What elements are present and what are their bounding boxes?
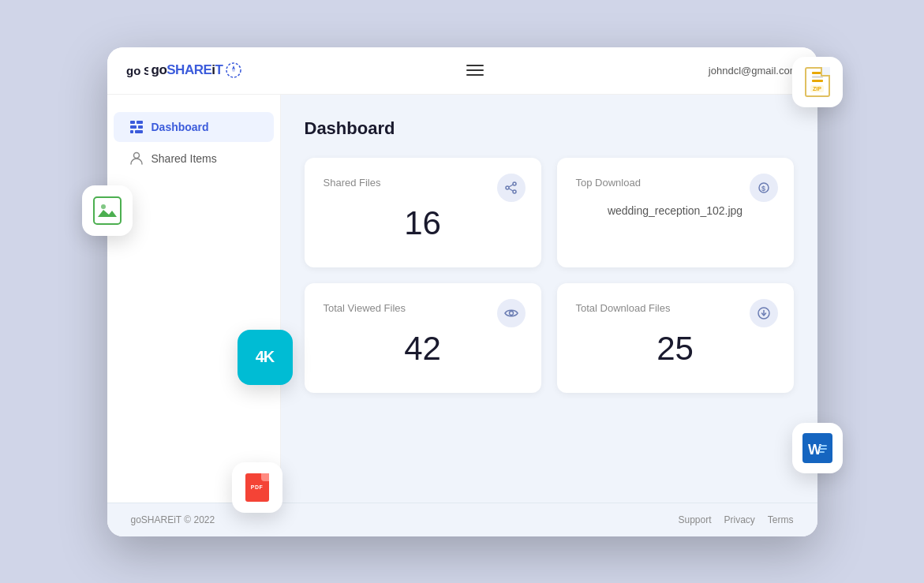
svg-rect-12 <box>130 121 135 124</box>
svg-point-24 <box>509 311 513 315</box>
copyright: goSHAREiT © 2022 <box>131 514 215 525</box>
pdf-icon: PDF <box>245 473 269 502</box>
svg-rect-16 <box>130 130 133 133</box>
terms-link[interactable]: Terms <box>768 514 794 525</box>
sidebar-item-dashboard[interactable]: Dashboard <box>114 112 274 142</box>
person-icon <box>129 151 144 166</box>
main-content: Dashboard Shared Items Dashboard Shared <box>107 95 817 503</box>
privacy-link[interactable]: Privacy <box>724 514 754 525</box>
download-icon-badge <box>750 299 778 327</box>
eye-icon-badge <box>497 299 526 327</box>
4k-floating-icon: 4K <box>238 330 293 385</box>
svg-text:go: go <box>126 64 140 77</box>
svg-rect-4 <box>819 445 827 447</box>
logo-rocket-icon <box>226 62 241 78</box>
content-area: Dashboard Shared Files <box>281 95 817 503</box>
svg-rect-5 <box>819 448 827 450</box>
sidebar: Dashboard Shared Items <box>107 95 281 503</box>
word-floating-icon: W <box>792 423 843 473</box>
svg-point-20 <box>506 186 509 189</box>
image-floating-icon <box>82 185 133 236</box>
shared-files-value: 16 <box>324 198 522 249</box>
app-window: go S H goSHAREiT johndcl@gmail.com <box>107 47 817 536</box>
share-icon-badge <box>497 174 526 202</box>
shared-files-label: Shared Files <box>324 177 522 189</box>
sidebar-item-shared[interactable]: Shared Items <box>114 144 274 174</box>
svg-text:S: S <box>144 64 148 77</box>
svg-point-21 <box>513 190 516 193</box>
dollar-icon-badge: $ <box>750 174 778 202</box>
dashboard-label: Dashboard <box>152 121 209 133</box>
svg-rect-0 <box>96 200 118 222</box>
footer-links: Support Privacy Terms <box>678 514 793 525</box>
dashboard-icon <box>129 120 144 134</box>
svg-rect-13 <box>137 121 143 124</box>
svg-rect-14 <box>130 125 137 129</box>
top-download-card: Top Download $ wedding_reception_102.jpg <box>557 158 794 267</box>
svg-text:$: $ <box>761 185 765 192</box>
top-download-value: wedding_reception_102.jpg <box>576 198 775 223</box>
top-download-label: Top Download <box>576 177 775 189</box>
logo-text: goSHAREiT <box>152 62 223 78</box>
svg-text:W: W <box>808 442 821 458</box>
svg-point-11 <box>232 69 235 72</box>
zip-floating-icon: ZIP <box>792 57 843 107</box>
svg-point-18 <box>133 152 139 158</box>
total-download-card: Total Download Files 25 <box>557 283 794 393</box>
total-viewed-label: Total Viewed Files <box>324 302 522 314</box>
support-link[interactable]: Support <box>678 514 711 525</box>
user-email: johndcl@gmail.com <box>709 65 799 77</box>
svg-rect-6 <box>819 451 825 453</box>
top-bar: go S H goSHAREiT johndcl@gmail.com <box>107 47 817 95</box>
svg-point-1 <box>101 204 106 209</box>
total-download-label: Total Download Files <box>576 302 775 314</box>
hamburger-button[interactable] <box>463 62 487 79</box>
total-download-value: 25 <box>576 323 775 374</box>
svg-rect-17 <box>135 130 143 133</box>
logo: go S H goSHAREiT <box>126 59 242 81</box>
shared-items-label: Shared Items <box>152 152 217 165</box>
cards-grid: Shared Files 16 <box>305 158 794 393</box>
total-viewed-card: Total Viewed Files 42 <box>305 283 541 393</box>
footer: goSHAREiT © 2022 Support Privacy Terms <box>107 503 817 536</box>
shared-files-card: Shared Files 16 <box>305 158 541 267</box>
word-icon: W <box>802 433 832 463</box>
svg-rect-15 <box>138 125 143 129</box>
svg-point-19 <box>513 182 516 185</box>
page-title: Dashboard <box>305 118 794 139</box>
total-viewed-value: 42 <box>324 323 522 374</box>
4k-label: 4K <box>256 348 275 366</box>
zip-icon: ZIP <box>805 67 830 97</box>
pdf-floating-icon: PDF <box>232 462 282 513</box>
